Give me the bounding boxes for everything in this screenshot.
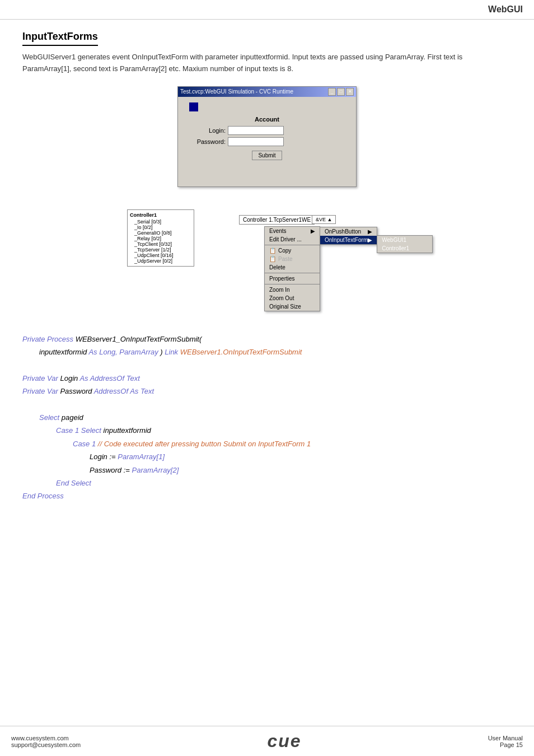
code-link-target: WEBserver1.OnInputTextFormSubmit	[180, 348, 302, 356]
sim-titlebar-buttons: _ □ ✕	[328, 88, 354, 96]
context-menu-copy[interactable]: 📋Copy	[265, 246, 320, 255]
restore-button[interactable]: □	[337, 88, 345, 96]
code-line-8: Login := ParamArray[1]	[90, 450, 512, 463]
code-line-3: Private Var Login As AddressOf Text	[22, 372, 512, 385]
context-menu-originalsize[interactable]: Original Size	[265, 302, 320, 311]
sim-account-section: Account Login: Password: Submit	[189, 116, 345, 160]
context-menu-divider3	[265, 284, 320, 284]
footer-manual: User Manual	[488, 735, 523, 741]
tree-item-generalio: _GeneralIO [0/8]	[130, 230, 191, 236]
tree-panel: Controller1 _Serial [0/3] _Io [0/2] _Gen…	[127, 209, 194, 267]
code-as-long-keyword: As Long,	[88, 348, 119, 356]
code-login-var: Login	[60, 374, 79, 382]
code-paramarray1-keyword: ParamArray[1]	[118, 452, 165, 461]
code-line-1: Private Process WEBserver1_OnInputTextFo…	[22, 333, 512, 346]
close-button[interactable]: ✕	[346, 88, 354, 96]
footer-website: www.cuesystem.com	[11, 735, 81, 741]
code-line-end-select: End Select	[56, 477, 512, 489]
context-menu-events[interactable]: Events▶ OnPushButton▶ OnInputTextForm▶ W…	[265, 227, 320, 235]
code-line-2: inputtextformid As Long, ParamArray ) Li…	[39, 346, 512, 358]
section-title: InputTextForms	[22, 31, 98, 46]
sim-login-row: Login:	[189, 126, 345, 135]
code-private-var-1-keyword: Private Var	[22, 374, 60, 382]
context-menu-editdriver[interactable]: Edit Driver ...	[265, 235, 320, 244]
code-end-process-keyword: End Process	[22, 492, 64, 500]
code-login-assign: Login :=	[90, 452, 118, 461]
tree-item-udpclient: _UdpClient [0/16]	[130, 253, 191, 258]
code-as-addressof-text-keyword: As AddressOf Text	[79, 374, 139, 382]
sim-account-label: Account	[189, 116, 345, 123]
sim-form-body: Account Login: Password: Submit	[178, 97, 356, 177]
code-private-process-keyword: Private Process	[22, 335, 76, 343]
context-menu-divider2	[265, 273, 320, 273]
code-line-6: Case 1 Select inputtextformid	[56, 424, 512, 437]
context-menu-properties[interactable]: Properties	[265, 274, 320, 283]
section-description: WebGUIServer1 generates event OnInputTex…	[22, 52, 512, 75]
ide-diagram-area: Controller1 _Serial [0/3] _Io [0/2] _Gen…	[127, 198, 407, 321]
code-section: Private Process WEBserver1_OnInputTextFo…	[22, 333, 512, 503]
sim-password-input[interactable]	[228, 137, 284, 146]
tree-item-tcpserver: _TcpServer [1/2]	[130, 247, 191, 253]
submenu-item-onpushbutton[interactable]: OnPushButton▶	[320, 227, 377, 236]
footer-left: www.cuesystem.com support@cuesystem.com	[11, 735, 81, 748]
ide-node-tcpserver[interactable]: Controller 1.TcpServer1WE	[239, 215, 315, 225]
sim-submit-button[interactable]: Submit	[252, 151, 282, 160]
code-select2-keyword: Select	[81, 426, 104, 435]
code-addressof-as-text-keyword: AddressOf As Text	[94, 387, 154, 395]
sim-window-body: Account Login: Password: Submit	[178, 97, 356, 186]
sim-window-title: Test.cvcp:WebGUI Simulation - CVC Runtim…	[180, 88, 293, 95]
page-header-title: WebGUI	[488, 4, 523, 15]
sim-colored-bar	[189, 102, 198, 111]
submenu-oninput-controller1[interactable]: Controller1	[377, 244, 432, 253]
code-link-keyword: Link	[165, 348, 180, 356]
tree-item-udpserver: _UdpServer [0/2]	[130, 258, 191, 264]
code-password-assign: Password :=	[90, 466, 132, 474]
code-case1-inner-keyword: Case 1	[73, 440, 98, 448]
sim-password-row: Password:	[189, 137, 345, 146]
main-content: InputTextForms WebGUIServer1 generates e…	[0, 20, 534, 525]
context-menu-zoomin[interactable]: Zoom In	[265, 286, 320, 294]
minimize-button[interactable]: _	[328, 88, 336, 96]
code-line-5: Select pageid	[39, 411, 512, 424]
footer-right: User Manual Page 15	[488, 735, 523, 748]
code-select-keyword: Select	[39, 413, 62, 422]
context-menu-divider1	[265, 245, 320, 245]
code-case1-keyword: Case 1	[56, 426, 81, 435]
ide-container: Controller1 _Serial [0/3] _Io [0/2] _Gen…	[22, 198, 512, 321]
code-line-4: Private Var Password AddressOf As Text	[22, 385, 512, 398]
context-menu-zoomout[interactable]: Zoom Out	[265, 294, 320, 302]
context-menu-delete[interactable]: Delete	[265, 263, 320, 272]
footer: www.cuesystem.com support@cuesystem.com …	[0, 726, 534, 756]
screenshot-container: Test.cvcp:WebGUI Simulation - CVC Runtim…	[22, 86, 512, 187]
code-paramarray-keyword: ParamArray	[119, 348, 160, 356]
code-password-var: Password	[60, 387, 93, 395]
sim-password-label: Password:	[189, 138, 226, 145]
code-process-name: WEBserver1_OnInputTextFormSubmit(	[76, 335, 202, 343]
tree-item-relay: _Relay [0/2]	[130, 236, 191, 241]
tree-item-tcpclient: _TcpClient [0/32]	[130, 241, 191, 247]
footer-email: support@cuesystem.com	[11, 741, 81, 748]
code-end-select-keyword: End Select	[56, 479, 91, 487]
sim-titlebar: Test.cvcp:WebGUI Simulation - CVC Runtim…	[178, 87, 356, 97]
sim-login-input[interactable]	[228, 126, 284, 135]
sim-window: Test.cvcp:WebGUI Simulation - CVC Runtim…	[177, 86, 357, 187]
submenu-events: OnPushButton▶ OnInputTextForm▶ WebGUI1 C…	[320, 227, 377, 245]
code-private-var-2-keyword: Private Var	[22, 387, 60, 395]
context-menu-paste[interactable]: 📋Paste	[265, 255, 320, 263]
code-line-9: Password := ParamArray[2]	[90, 464, 512, 477]
submenu-oninput: WebGUI1 Controller1	[377, 235, 433, 253]
code-inputtextformid: inputtextformid	[104, 426, 151, 435]
cue-logo: cue	[267, 731, 301, 751]
code-param-name: inputtextformid	[39, 348, 88, 356]
context-menu: Events▶ OnPushButton▶ OnInputTextForm▶ W…	[264, 226, 320, 311]
header-bar: WebGUI	[0, 0, 534, 20]
ide-node-ve[interactable]: &VE ▲	[312, 215, 336, 224]
tree-title: Controller1	[130, 212, 191, 218]
code-pageid: pageid	[62, 413, 83, 422]
tree-item-serial: _Serial [0/3]	[130, 219, 191, 225]
submenu-oninput-webgui1[interactable]: WebGUI1	[377, 236, 432, 244]
footer-logo-container: cue	[267, 731, 301, 752]
tree-item-io: _Io [0/2]	[130, 225, 191, 230]
submenu-item-oninputform[interactable]: OnInputTextForm▶ WebGUI1 Controller1	[320, 236, 377, 244]
sim-login-label: Login:	[189, 127, 226, 134]
